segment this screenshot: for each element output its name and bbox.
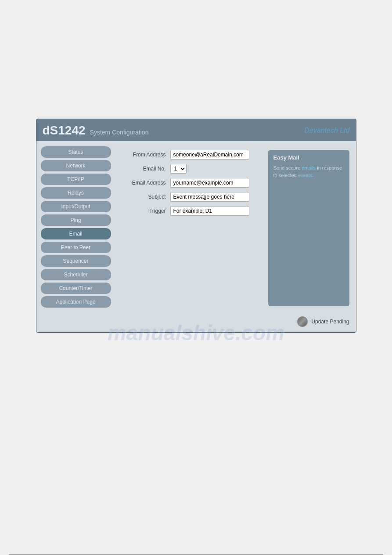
trigger-label: Trigger bbox=[122, 208, 170, 214]
email-no-select[interactable]: 1 2 3 4 bbox=[170, 164, 187, 174]
trigger-row: Trigger bbox=[122, 206, 262, 216]
sidebar-item-countertimer[interactable]: Counter/Timer bbox=[41, 283, 111, 294]
app-footer: Update Pending bbox=[36, 313, 356, 332]
app-title: dS1242 bbox=[43, 123, 86, 138]
title-group: dS1242 System Configuration bbox=[43, 123, 149, 138]
sidebar-item-relays[interactable]: Relays bbox=[41, 187, 111, 199]
events-link[interactable]: events bbox=[298, 173, 312, 178]
email-no-row: Email No. 1 2 3 4 bbox=[122, 164, 262, 174]
email-address-row: Email Address bbox=[122, 178, 262, 188]
app-header: dS1242 System Configuration Devantech Lt… bbox=[36, 119, 356, 141]
sidebar: Status Network TCP/IP Relays Input/Outpu… bbox=[36, 141, 115, 313]
update-pending: Update Pending bbox=[297, 316, 349, 327]
email-form: From Address Email No. 1 2 3 4 Email bbox=[122, 150, 262, 306]
subject-label: Subject bbox=[122, 194, 170, 200]
app-container: dS1242 System Configuration Devantech Lt… bbox=[36, 119, 356, 333]
from-address-input[interactable] bbox=[170, 150, 249, 160]
subject-input[interactable] bbox=[170, 192, 249, 202]
app-subtitle: System Configuration bbox=[90, 129, 149, 136]
sidebar-item-ping[interactable]: Ping bbox=[41, 214, 111, 226]
info-panel: Easy Mail Send secure emails in response… bbox=[268, 150, 349, 306]
bottom-section bbox=[0, 387, 392, 555]
sidebar-item-tcpip[interactable]: TCP/IP bbox=[41, 174, 111, 185]
email-address-input[interactable] bbox=[170, 178, 249, 188]
update-label: Update Pending bbox=[311, 319, 349, 325]
app-brand: Devantech Ltd bbox=[304, 127, 349, 134]
subject-row: Subject bbox=[122, 192, 262, 202]
sidebar-item-peertopeer[interactable]: Peer to Peer bbox=[41, 242, 111, 253]
info-panel-text: Send secure emails in response to select… bbox=[273, 164, 344, 179]
from-address-row: From Address bbox=[122, 150, 262, 160]
sidebar-item-inputoutput[interactable]: Input/Output bbox=[41, 201, 111, 212]
sidebar-item-sequencer[interactable]: Sequencer bbox=[41, 255, 111, 267]
sidebar-item-network[interactable]: Network bbox=[41, 160, 111, 171]
app-body: Status Network TCP/IP Relays Input/Outpu… bbox=[36, 141, 356, 313]
emails-link[interactable]: emails bbox=[302, 165, 316, 170]
trigger-input[interactable] bbox=[170, 206, 249, 216]
sidebar-item-applicationpage[interactable]: Application Page bbox=[41, 296, 111, 308]
email-no-label: Email No. bbox=[122, 166, 170, 172]
email-address-label: Email Address bbox=[122, 180, 170, 186]
info-panel-title: Easy Mail bbox=[273, 154, 344, 161]
sidebar-item-email[interactable]: Email bbox=[41, 228, 111, 239]
sidebar-item-scheduler[interactable]: Scheduler bbox=[41, 269, 111, 280]
main-content: From Address Email No. 1 2 3 4 Email bbox=[115, 141, 356, 313]
from-address-label: From Address bbox=[122, 152, 170, 158]
sidebar-item-status[interactable]: Status bbox=[41, 146, 111, 158]
update-icon bbox=[297, 316, 308, 327]
